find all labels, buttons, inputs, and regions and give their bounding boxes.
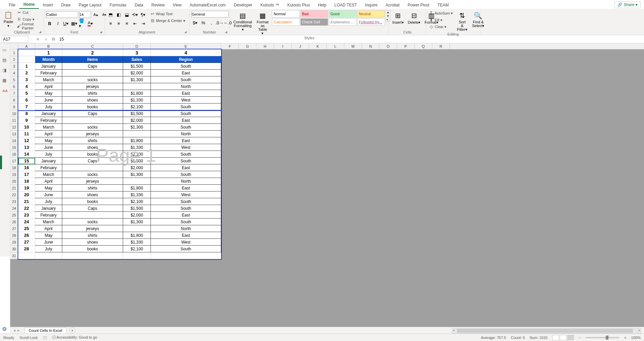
row-header-13[interactable]: 13 xyxy=(10,131,18,137)
cell-D27[interactable] xyxy=(123,225,151,232)
cell-C20[interactable]: jerseys xyxy=(62,178,123,185)
row-header-11[interactable]: 11 xyxy=(10,117,18,124)
increase-decimal-button[interactable]: .0→ xyxy=(216,19,223,26)
style-calculation[interactable]: Calculation xyxy=(272,18,300,26)
col-header-N[interactable]: N xyxy=(362,43,380,49)
cell-C19[interactable]: socks xyxy=(62,171,123,178)
cell-C16[interactable]: books xyxy=(62,151,123,158)
cell-C17[interactable]: Caps xyxy=(62,158,123,164)
collapsed-panel-tab[interactable] xyxy=(0,156,2,169)
cell-A20[interactable]: 18 xyxy=(18,178,35,185)
align-bottom-button[interactable]: ⬓ xyxy=(123,11,131,18)
ribbon-tab-load-test[interactable]: LOAD TEST xyxy=(330,1,361,9)
ribbon-tab-help[interactable]: Help xyxy=(314,1,330,9)
ribbon-tab-review[interactable]: Review xyxy=(147,1,168,9)
fill-button[interactable]: ⬇Fill ▾ xyxy=(428,17,454,23)
wrap-text-button[interactable]: ↩Wrap Text xyxy=(150,11,186,17)
cell-C13[interactable]: jerseys xyxy=(62,131,123,137)
cell-C22[interactable]: shoes xyxy=(62,191,123,198)
cell-D14[interactable]: $1,800 xyxy=(123,137,151,144)
cell-A26[interactable]: 24 xyxy=(18,219,35,225)
cell-B12[interactable]: March xyxy=(35,124,62,131)
cell-A16[interactable]: 14 xyxy=(18,151,35,158)
cut-button[interactable]: ✂Cut xyxy=(16,9,42,16)
cell-B16[interactable]: July xyxy=(35,151,62,158)
cell-E19[interactable]: South xyxy=(151,171,221,178)
normal-view-button[interactable] xyxy=(552,335,559,340)
row-header-4[interactable]: 4 xyxy=(10,70,18,76)
cell-B19[interactable]: March xyxy=(35,171,62,178)
cell-A12[interactable]: 10 xyxy=(18,124,35,131)
font-color-button[interactable]: A▾ xyxy=(87,20,94,27)
cell-A3[interactable]: 1 xyxy=(18,63,35,70)
hscroll-thumb[interactable] xyxy=(457,329,633,333)
cell-D22[interactable]: $1,330 xyxy=(123,191,151,198)
row-header-23[interactable]: 23 xyxy=(10,198,18,205)
cell-B24[interactable]: January xyxy=(35,205,62,212)
cell-D29[interactable]: $1,330 xyxy=(123,239,151,246)
cell-E11[interactable]: East xyxy=(151,117,221,124)
cell-D31[interactable] xyxy=(123,252,151,259)
cell-E2[interactable]: Region xyxy=(151,56,221,63)
cell-A6[interactable]: 4 xyxy=(18,83,35,90)
cell-B25[interactable]: February xyxy=(35,212,62,219)
col-header-O[interactable]: O xyxy=(380,43,397,49)
cell-A11[interactable]: 9 xyxy=(18,117,35,124)
col-header-I[interactable]: I xyxy=(274,43,292,49)
cell-A22[interactable]: 20 xyxy=(18,191,35,198)
cell-B29[interactable]: June xyxy=(35,239,62,246)
col-header-C[interactable]: C xyxy=(62,43,123,49)
row-header-3[interactable]: 3 xyxy=(10,63,18,70)
cell-B20[interactable]: April xyxy=(35,178,62,185)
cell-E23[interactable]: South xyxy=(151,198,221,205)
cell-D2[interactable]: Sales xyxy=(123,56,151,63)
row-header-17[interactable]: 17 xyxy=(10,158,18,164)
cell-B5[interactable]: March xyxy=(35,76,62,83)
cell-C28[interactable]: shirts xyxy=(62,232,123,239)
row-header-1[interactable]: 1 xyxy=(10,49,18,56)
col-header-R[interactable]: R xyxy=(432,43,450,49)
cell-D5[interactable]: $1,300 xyxy=(123,76,151,83)
ribbon-tab-acrobat[interactable]: Acrobat xyxy=(382,1,404,9)
bold-button[interactable]: B xyxy=(46,20,53,27)
cell-A27[interactable]: 25 xyxy=(18,225,35,232)
cell-A9[interactable]: 7 xyxy=(18,104,35,110)
row-header-10[interactable]: 10 xyxy=(10,110,18,117)
rail-icon-3[interactable]: ◨ xyxy=(2,68,8,73)
cell-E17[interactable]: South xyxy=(151,158,221,164)
cell-C25[interactable] xyxy=(62,212,123,219)
cell-B30[interactable]: July xyxy=(35,246,62,252)
cell-D19[interactable]: $1,300 xyxy=(123,171,151,178)
ribbon-tab-developer[interactable]: Developer xyxy=(230,1,256,9)
cell-B17[interactable]: January xyxy=(35,158,62,164)
align-left-button[interactable]: ≡ xyxy=(107,20,114,27)
cell-A21[interactable]: 19 xyxy=(18,185,35,191)
number-launcher[interactable]: ◢ xyxy=(225,30,229,34)
underline-button[interactable]: U▾ xyxy=(62,20,70,27)
sheet-tab[interactable]: Count Cells In Excel xyxy=(24,327,67,333)
style-normal[interactable]: Normal xyxy=(272,10,300,18)
row-header-29[interactable]: 29 xyxy=(10,239,18,246)
cell-E14[interactable]: East xyxy=(151,137,221,144)
col-header-L[interactable]: L xyxy=(327,43,344,49)
alignment-launcher[interactable]: ◢ xyxy=(184,30,188,34)
cell-A13[interactable]: 11 xyxy=(18,131,35,137)
cell-C2[interactable]: Items xyxy=(62,56,123,63)
cell-E27[interactable]: North xyxy=(151,225,221,232)
find-select-button[interactable]: 🔍Find & Select▾ xyxy=(471,10,486,28)
cell-B11[interactable]: February xyxy=(35,117,62,124)
paste-button[interactable]: 📋 Paste ▾ xyxy=(2,9,15,29)
page-break-view-button[interactable] xyxy=(567,335,574,340)
cell-E26[interactable]: South xyxy=(151,219,221,225)
cell-D4[interactable]: $2,000 xyxy=(123,70,151,76)
cell-A2[interactable] xyxy=(18,56,35,63)
row-header-15[interactable]: 15 xyxy=(10,144,18,151)
col-header-J[interactable]: J xyxy=(292,43,309,49)
cell-D21[interactable]: $1,800 xyxy=(123,185,151,191)
rail-icon-5[interactable]: ᴀᴀ xyxy=(2,88,8,93)
col-header-M[interactable]: M xyxy=(344,43,362,49)
row-header-8[interactable]: 8 xyxy=(10,97,18,104)
zoom-slider[interactable] xyxy=(585,337,619,338)
cell-A17[interactable]: 15 xyxy=(18,158,35,164)
ribbon-tab-view[interactable]: View xyxy=(169,1,186,9)
